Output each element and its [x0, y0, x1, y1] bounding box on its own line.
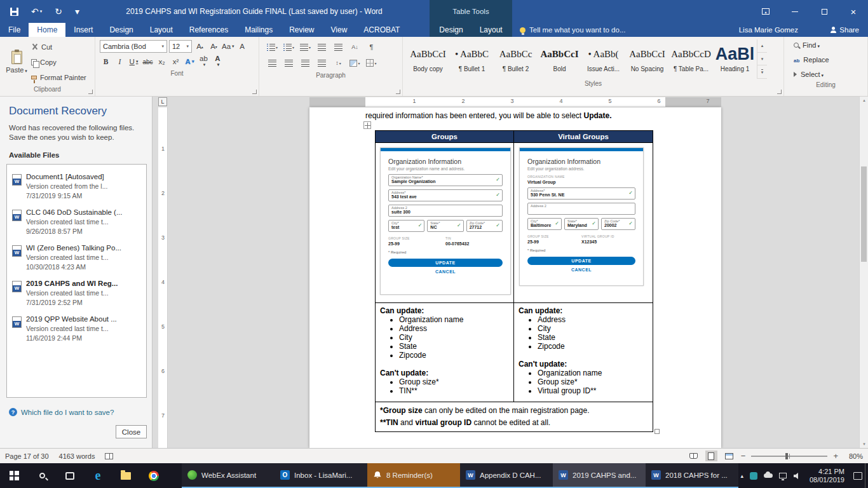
- tab-review[interactable]: Review: [281, 23, 322, 37]
- decrease-indent-button[interactable]: [315, 41, 329, 53]
- vertical-ruler[interactable]: 1 2 3 4 5 6 7: [158, 107, 168, 448]
- tab-stop-selector[interactable]: L: [158, 97, 167, 106]
- taskbar-search-button[interactable]: [28, 463, 56, 488]
- cut-button[interactable]: Cut: [31, 41, 86, 53]
- clear-formatting-button[interactable]: A: [236, 40, 248, 53]
- bold-button[interactable]: B: [100, 55, 112, 68]
- styles-scroll-up-icon[interactable]: [757, 39, 767, 53]
- strikethrough-button[interactable]: abc: [142, 55, 154, 68]
- shading-button[interactable]: [348, 57, 362, 69]
- read-mode-button[interactable]: [688, 451, 700, 461]
- text-effects-button[interactable]: A: [184, 55, 196, 68]
- tell-me-box[interactable]: Tell me what you want to do...: [520, 23, 626, 37]
- print-layout-button[interactable]: [705, 451, 717, 461]
- style-heading-1[interactable]: AaBl Heading 1: [713, 39, 757, 79]
- edge-button[interactable]: e: [84, 463, 112, 488]
- style-bold[interactable]: AaBbCcI Bold: [538, 39, 581, 79]
- align-left-button[interactable]: [265, 57, 280, 69]
- tab-layout[interactable]: Layout: [142, 23, 181, 37]
- taskbar-webex[interactable]: WebEx Assistant: [182, 463, 275, 488]
- styles-dialog-launcher-icon[interactable]: [777, 90, 782, 94]
- copy-button[interactable]: Copy: [31, 56, 86, 69]
- font-dialog-launcher-icon[interactable]: [252, 90, 257, 94]
- tab-references[interactable]: References: [181, 23, 236, 37]
- customize-qat-icon[interactable]: ▾: [75, 6, 79, 17]
- style-body-copy[interactable]: AaBbCcI Body copy: [406, 39, 450, 79]
- recovered-file-item-selected[interactable]: 2019 CAHPS and WI Reg... Version created…: [10, 276, 144, 312]
- document-page[interactable]: required information has been entered, y…: [309, 107, 721, 448]
- table-move-handle-icon[interactable]: [363, 121, 371, 129]
- tab-insert[interactable]: Insert: [65, 23, 101, 37]
- tab-table-design[interactable]: Design: [431, 23, 471, 37]
- increase-indent-button[interactable]: [331, 41, 346, 53]
- styles-more-icon[interactable]: [757, 65, 767, 79]
- multilevel-list-button[interactable]: [298, 41, 313, 53]
- underline-button[interactable]: U: [128, 55, 140, 68]
- style-bullet-2[interactable]: AaBbCc ¶ Bullet 2: [494, 39, 538, 79]
- vertical-scrollbar[interactable]: [859, 97, 868, 448]
- show-formatting-marks-button[interactable]: [364, 41, 379, 53]
- borders-button[interactable]: [364, 57, 379, 69]
- recovered-file-item[interactable]: 2019 QPP Website About ... Version creat…: [10, 312, 144, 348]
- justify-button[interactable]: [315, 57, 329, 69]
- tab-mailings[interactable]: Mailings: [236, 23, 281, 37]
- taskbar-word-2018-cahps[interactable]: W 2018 CAHPS for ...: [646, 463, 738, 488]
- undo-icon[interactable]: ↶: [31, 6, 42, 17]
- grow-font-button[interactable]: A: [194, 40, 206, 53]
- highlight-button[interactable]: ab: [198, 55, 210, 68]
- align-center-button[interactable]: [281, 57, 296, 69]
- recovered-file-item[interactable]: Document1 [Autosaved] Version created fr…: [10, 170, 144, 205]
- font-size-select[interactable]: 12: [169, 40, 192, 53]
- signed-in-user[interactable]: Lisa Marie Gomez: [739, 23, 798, 37]
- taskbar-outlook[interactable]: O Inbox - LisaMari...: [275, 463, 367, 488]
- maximize-icon[interactable]: [810, 0, 839, 23]
- page-indicator[interactable]: Page 17 of 30: [5, 452, 49, 460]
- tray-app-icon[interactable]: [750, 472, 757, 480]
- clipboard-dialog-launcher-icon[interactable]: [88, 90, 93, 94]
- task-view-button[interactable]: [56, 463, 84, 488]
- subscript-button[interactable]: x₂: [156, 55, 168, 68]
- tab-acrobat[interactable]: ACROBAT: [355, 23, 408, 37]
- table-resize-handle[interactable]: [654, 429, 660, 434]
- ribbon-display-options-icon[interactable]: [751, 0, 780, 23]
- virtual-groups-form-screenshot[interactable]: Organization Information Edit your organ…: [519, 147, 644, 286]
- which-file-help-link[interactable]: Which file do I want to save?: [0, 398, 152, 416]
- recovered-file-item[interactable]: WI (Zero Benes) Talking Po... Version cr…: [10, 241, 144, 276]
- share-button[interactable]: Share: [830, 23, 859, 37]
- style-table-paragraph[interactable]: AaBbCcD ¶ Table Pa...: [669, 39, 713, 79]
- show-desktop-button[interactable]: [865, 463, 868, 488]
- close-icon[interactable]: ×: [839, 0, 868, 23]
- redo-icon[interactable]: ↻: [55, 6, 62, 17]
- taskbar-reminders[interactable]: 8 Reminder(s): [367, 463, 460, 488]
- taskbar-word-2019-cahps[interactable]: W 2019 CAHPS and...: [553, 463, 646, 488]
- zoom-level[interactable]: 80%: [844, 452, 863, 460]
- replace-button[interactable]: Replace: [794, 53, 865, 66]
- tab-design[interactable]: Design: [101, 23, 141, 37]
- superscript-button[interactable]: x²: [170, 55, 182, 68]
- tab-home[interactable]: Home: [29, 23, 65, 37]
- taskbar-word-appendix[interactable]: W Appendix D CAH...: [460, 463, 553, 488]
- zoom-in-button[interactable]: +: [833, 451, 838, 461]
- start-button[interactable]: [0, 463, 28, 488]
- style-no-spacing[interactable]: AaBbCcI No Spacing: [625, 39, 669, 79]
- recovered-file-item[interactable]: CLC 046 DoD Sustainable (... Version cre…: [10, 205, 144, 241]
- format-painter-button[interactable]: Format Painter: [31, 71, 86, 84]
- style-issue-action[interactable]: • AaBb( Issue Acti...: [581, 39, 625, 79]
- change-case-button[interactable]: Aa: [222, 40, 234, 53]
- find-button[interactable]: Find: [794, 39, 865, 51]
- minimize-icon[interactable]: [780, 0, 810, 23]
- style-bullet-1[interactable]: • AaBbC ¶ Bullet 1: [450, 39, 494, 79]
- shrink-font-button[interactable]: A: [208, 40, 220, 53]
- chrome-button[interactable]: [140, 463, 168, 488]
- sort-button[interactable]: [348, 41, 362, 53]
- groups-form-screenshot[interactable]: Organization Information Edit your organ…: [380, 147, 511, 295]
- hidden-icons-chevron-icon[interactable]: ▴: [740, 473, 743, 479]
- align-right-button[interactable]: [298, 57, 313, 69]
- close-recovery-button[interactable]: Close: [116, 425, 147, 438]
- taskbar-clock[interactable]: 4:21 PM 08/01/2019: [807, 468, 847, 484]
- font-name-select[interactable]: Cambria (Bod: [100, 40, 167, 53]
- network-icon[interactable]: [779, 473, 787, 478]
- save-icon[interactable]: [10, 8, 18, 16]
- onedrive-icon[interactable]: [764, 473, 773, 478]
- zoom-out-button[interactable]: −: [741, 451, 746, 461]
